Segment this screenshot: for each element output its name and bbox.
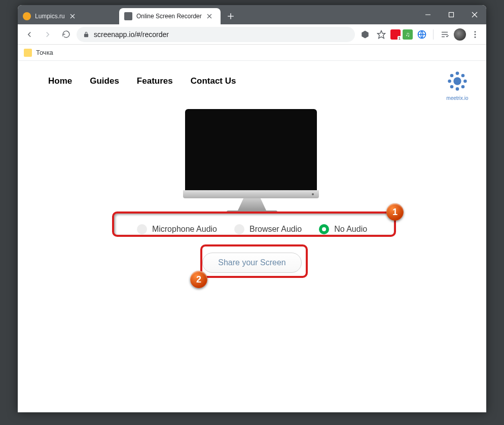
maximize-button[interactable] xyxy=(440,5,463,24)
svg-point-17 xyxy=(475,36,476,38)
back-button[interactable] xyxy=(22,27,37,42)
radio-browser-audio[interactable]: Browser Audio xyxy=(234,224,302,234)
site-nav: Home Guides Features Contact Us xyxy=(48,76,236,86)
radio-label: No Audio xyxy=(334,225,367,234)
svg-point-20 xyxy=(456,87,459,91)
svg-rect-7 xyxy=(449,13,454,17)
profile-avatar[interactable] xyxy=(454,28,466,41)
logo-caption: meetrix.io xyxy=(446,95,469,101)
close-icon[interactable] xyxy=(69,13,76,20)
svg-point-19 xyxy=(456,72,459,75)
reading-list-icon[interactable] xyxy=(438,27,452,42)
audio-options: Microphone Audio Browser Audio No Audio xyxy=(115,218,389,240)
svg-point-15 xyxy=(475,31,476,32)
nav-contact[interactable]: Contact Us xyxy=(191,76,236,86)
svg-marker-10 xyxy=(378,30,385,38)
monitor-illustration xyxy=(185,109,319,214)
favicon-screenapp xyxy=(124,12,132,20)
bookmark-item[interactable]: Точка xyxy=(36,49,53,56)
annotation-marker-1: 1 xyxy=(386,203,404,221)
extension-opera-icon[interactable]: 1 xyxy=(390,29,401,40)
forward-button[interactable] xyxy=(40,27,55,42)
radio-no-audio[interactable]: No Audio xyxy=(319,224,367,234)
translate-icon[interactable] xyxy=(358,27,372,42)
favicon-lumpics xyxy=(23,12,31,20)
toolbar-icons: 1 ♫ xyxy=(358,27,482,42)
folder-icon xyxy=(24,49,32,57)
svg-point-16 xyxy=(475,33,476,35)
minimize-button[interactable] xyxy=(416,5,440,24)
tab-screenapp[interactable]: Online Screen Recorder xyxy=(119,8,221,24)
lock-icon xyxy=(83,31,90,38)
tab-title: Online Screen Recorder xyxy=(136,13,202,20)
menu-icon[interactable] xyxy=(468,27,482,42)
svg-point-23 xyxy=(450,74,454,78)
window-controls xyxy=(416,5,486,24)
star-icon[interactable] xyxy=(374,27,388,42)
tab-title: Lumpics.ru xyxy=(35,13,65,20)
bookmarks-bar: Точка xyxy=(18,45,486,61)
radio-label: Microphone Audio xyxy=(152,225,217,234)
new-tab-button[interactable] xyxy=(224,9,238,23)
annotation-marker-2: 2 xyxy=(190,271,207,288)
extension-music-icon[interactable]: ♫ xyxy=(403,29,413,40)
svg-point-25 xyxy=(450,85,454,89)
extension-globe-icon[interactable] xyxy=(415,27,429,42)
omnibox[interactable]: screenapp.io/#/recorder xyxy=(77,27,355,42)
browser-window: Lumpics.ru Online Screen Recorder xyxy=(18,5,486,412)
nav-guides[interactable]: Guides xyxy=(90,76,119,86)
titlebar: Lumpics.ru Online Screen Recorder xyxy=(18,5,486,24)
svg-point-24 xyxy=(461,74,465,78)
close-icon[interactable] xyxy=(206,13,213,20)
page-content: Home Guides Features Contact Us meetrix.… xyxy=(18,61,486,412)
button-label: Share your Screen xyxy=(218,258,285,267)
radio-icon xyxy=(234,224,244,234)
site-logo[interactable]: meetrix.io xyxy=(446,70,469,101)
nav-home[interactable]: Home xyxy=(48,76,72,86)
radio-label: Browser Audio xyxy=(249,225,302,234)
share-screen-button[interactable]: Share your Screen xyxy=(202,253,302,273)
svg-point-18 xyxy=(453,77,461,85)
radio-icon xyxy=(319,224,329,234)
svg-point-26 xyxy=(461,85,465,89)
url-text: screenapp.io/#/recorder xyxy=(94,30,169,39)
divider xyxy=(433,29,434,40)
nav-features[interactable]: Features xyxy=(137,76,173,86)
radio-icon xyxy=(137,224,147,234)
close-window-button[interactable] xyxy=(463,5,486,24)
radio-mic-audio[interactable]: Microphone Audio xyxy=(137,224,217,234)
tab-lumpics[interactable]: Lumpics.ru xyxy=(18,8,119,24)
address-bar: screenapp.io/#/recorder 1 ♫ xyxy=(18,24,486,45)
reload-button[interactable] xyxy=(58,27,74,42)
svg-point-21 xyxy=(448,80,451,83)
svg-point-22 xyxy=(463,80,467,83)
